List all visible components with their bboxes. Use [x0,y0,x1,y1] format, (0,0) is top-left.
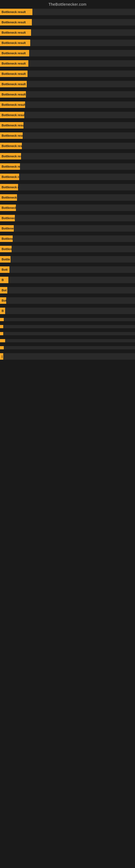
bottleneck-label: Bottleneck result [0,174,19,180]
bar-track [28,70,135,77]
list-item: Bottle [0,256,135,262]
bottleneck-label: Bottleneck result [0,91,26,98]
list-item: Bottleneck result [0,122,135,129]
bars-container: Bottleneck resultBottleneck resultBottle… [0,8,135,360]
bar-track [6,297,135,304]
bottleneck-label: Bottleneck result [0,122,24,129]
bar-track [31,29,135,36]
bottleneck-label: Bottleneck result [0,143,22,149]
list-item: Bottleneck result [0,81,135,87]
list-item [0,325,135,328]
list-item: Bottlenec [0,236,135,242]
bottleneck-label: Bottleneck r [0,215,15,221]
bottleneck-label: Bottleneck result [0,70,28,77]
bar-track [4,346,135,349]
bottleneck-label [0,325,3,328]
bottleneck-label: Bottleneck result [0,153,21,159]
list-item: Bottleneck result [0,143,135,149]
list-item: Bottleneck result [0,50,135,56]
site-title: TheBottlenecker.com [0,0,135,8]
list-item: Bott [0,267,135,273]
bottleneck-label: Bottleneck result [0,19,32,26]
bottleneck-label: | [0,353,3,360]
list-item: Bottleneck result [0,112,135,118]
bar-track [7,287,135,293]
bottleneck-label [0,318,4,321]
list-item: Bottleneck resu [0,163,135,170]
list-item [0,332,135,335]
list-item: Bottleneck result [0,19,135,26]
bar-track [3,325,135,328]
bar-track [3,353,135,360]
bottleneck-label: Bottle [0,256,10,262]
bar-track [29,50,135,56]
bar-track [12,246,135,252]
list-item [0,339,135,342]
bar-track [22,143,135,149]
list-item: Bottleneck result [0,9,135,15]
bottleneck-label: Bottleneck result [0,9,32,15]
bottleneck-label: Bottleneck result [0,81,27,87]
list-item: Bottlen [0,297,135,304]
list-item: Bottleneck re [0,205,135,211]
bar-track [19,174,135,180]
bar-track [21,153,135,159]
list-item: Bot [0,287,135,293]
bar-track [5,339,135,342]
bottleneck-label: Bottleneck re [0,205,16,211]
bar-track [13,236,135,242]
bottleneck-label: B [0,308,5,314]
list-item: Bottleneck result [0,101,135,108]
bottleneck-label: Bottleneck [0,194,17,201]
bar-track [15,215,135,221]
bar-track [10,256,135,262]
list-item: Bottleneck re [0,246,135,252]
bottleneck-label: Bottlenec [0,236,13,242]
list-item: Bottleneck re [0,184,135,190]
list-item: Bottleneck result [0,40,135,46]
list-item: Bottleneck result [0,29,135,36]
bottleneck-label: Bottleneck result [0,60,28,67]
bottleneck-label: Bottleneck result [0,40,30,46]
list-item: Bottleneck r [0,215,135,221]
list-item: | [0,353,135,360]
bar-track [5,308,135,314]
bottleneck-label: Bottleneck result [0,132,23,139]
bar-track [9,267,135,273]
bottleneck-label [0,332,3,335]
bar-track [3,332,135,335]
bar-track [30,40,135,46]
bar-track [17,194,135,201]
bar-track [25,101,135,108]
bar-track [20,163,135,170]
list-item: Bottleneck result [0,132,135,139]
bar-track [8,277,135,283]
list-item: Bottleneck resu [0,225,135,231]
bottleneck-label [0,339,5,342]
bar-track [24,112,135,118]
list-item [0,346,135,349]
bar-track [18,184,135,190]
bar-track [14,225,135,231]
bar-track [32,19,135,26]
bar-track [24,122,135,129]
bottleneck-label: Bottleneck resu [0,163,20,170]
bar-track [23,132,135,139]
list-item: B [0,277,135,283]
list-item [0,318,135,321]
bar-track [16,205,135,211]
bottleneck-label: Bottleneck result [0,101,25,108]
list-item: B [0,308,135,314]
bar-track [27,81,135,87]
bottleneck-label: Bot [0,287,7,293]
list-item: Bottleneck result [0,174,135,180]
list-item: Bottleneck result [0,60,135,67]
bottleneck-label: B [0,277,8,283]
list-item: Bottleneck result [0,153,135,159]
bottleneck-label: Bottleneck result [0,112,24,118]
bottleneck-label [0,346,4,349]
bar-track [4,318,135,321]
bottleneck-label: Bott [0,267,9,273]
bar-track [32,9,135,15]
list-item: Bottleneck result [0,70,135,77]
